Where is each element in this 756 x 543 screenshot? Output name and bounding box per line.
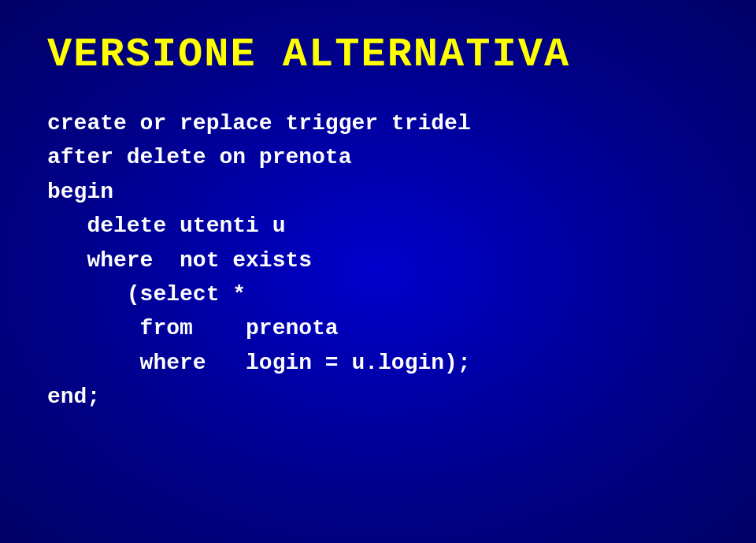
slide: VERSIONE ALTERNATIVA create or replace t… [0, 0, 756, 543]
slide-title: VERSIONE ALTERNATIVA [47, 32, 709, 78]
code-block: create or replace trigger tridel after d… [47, 106, 709, 415]
